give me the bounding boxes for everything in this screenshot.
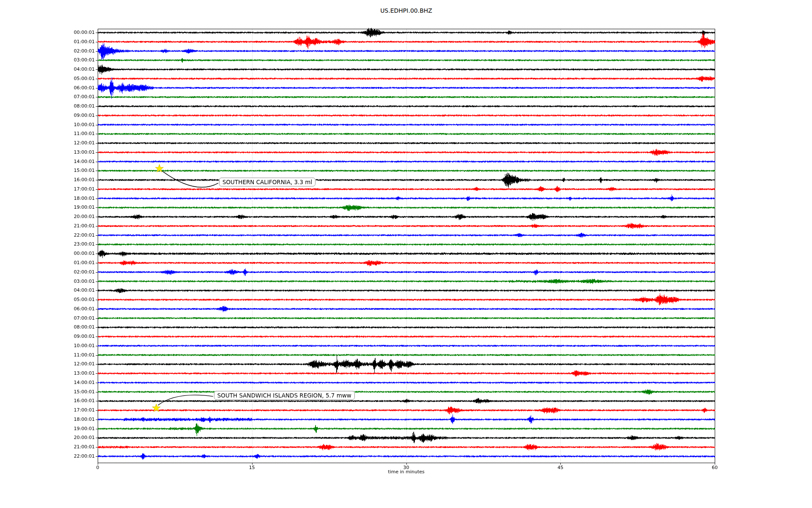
x-axis-label: time in minutes <box>98 469 715 475</box>
trace-time-label: 00:00:01 <box>0 251 95 256</box>
trace-time-label: 03:00:01 <box>0 279 95 284</box>
annotation-label: SOUTHERN CALIFORNIA, 3.3 ml <box>219 177 315 186</box>
trace-time-label: 21:00:01 <box>0 224 95 229</box>
trace-time-label: 19:00:01 <box>0 426 95 431</box>
trace-time-label: 16:00:01 <box>0 398 95 403</box>
trace-time-label: 20:00:01 <box>0 435 95 440</box>
trace-time-label: 13:00:01 <box>0 150 95 155</box>
trace-time-label: 05:00:01 <box>0 297 95 302</box>
trace-time-label: 00:00:01 <box>0 30 95 35</box>
trace-time-label: 02:00:01 <box>0 49 95 54</box>
trace-time-label: 05:00:01 <box>0 76 95 81</box>
trace-time-label: 14:00:01 <box>0 159 95 164</box>
trace-time-label: 13:00:01 <box>0 371 95 376</box>
trace-time-label: 16:00:01 <box>0 177 95 182</box>
trace-time-label: 01:00:01 <box>0 260 95 265</box>
trace-time-label: 01:00:01 <box>0 39 95 44</box>
trace-time-label: 12:00:01 <box>0 141 95 146</box>
trace-time-label: 17:00:01 <box>0 408 95 413</box>
trace-time-label: 11:00:01 <box>0 353 95 358</box>
trace-time-label: 19:00:01 <box>0 205 95 210</box>
trace-time-label: 18:00:01 <box>0 417 95 422</box>
trace-time-label: 17:00:01 <box>0 187 95 192</box>
trace-time-label: 21:00:01 <box>0 444 95 450</box>
trace-time-label: 12:00:01 <box>0 362 95 367</box>
trace-time-label: 18:00:01 <box>0 196 95 201</box>
trace-time-label: 14:00:01 <box>0 380 95 385</box>
trace-time-label: 04:00:01 <box>0 67 95 72</box>
seismogram-canvas <box>0 0 812 508</box>
trace-time-label: 15:00:01 <box>0 389 95 395</box>
trace-time-label: 20:00:01 <box>0 214 95 219</box>
trace-time-label: 11:00:01 <box>0 131 95 136</box>
annotation-label: SOUTH SANDWICH ISLANDS REGION, 5.7 mww <box>214 391 355 400</box>
trace-time-label: 06:00:01 <box>0 86 95 91</box>
helicorder-figure: US.EDHPI.00.BHZ 00:00:0101:00:0102:00:01… <box>0 0 812 508</box>
trace-time-label: 04:00:01 <box>0 288 95 293</box>
trace-time-label: 07:00:01 <box>0 316 95 321</box>
trace-time-label: 22:00:01 <box>0 454 95 459</box>
trace-time-label: 10:00:01 <box>0 122 95 127</box>
trace-time-label: 10:00:01 <box>0 343 95 348</box>
trace-time-label: 09:00:01 <box>0 113 95 118</box>
trace-time-label: 09:00:01 <box>0 334 95 339</box>
trace-time-label: 08:00:01 <box>0 104 95 109</box>
trace-time-label: 08:00:01 <box>0 325 95 330</box>
trace-time-label: 22:00:01 <box>0 233 95 238</box>
trace-time-label: 15:00:01 <box>0 168 95 173</box>
trace-time-label: 02:00:01 <box>0 270 95 275</box>
trace-time-label: 03:00:01 <box>0 58 95 63</box>
trace-time-label: 06:00:01 <box>0 306 95 312</box>
trace-time-label: 07:00:01 <box>0 94 95 99</box>
trace-time-label: 23:00:01 <box>0 242 95 247</box>
